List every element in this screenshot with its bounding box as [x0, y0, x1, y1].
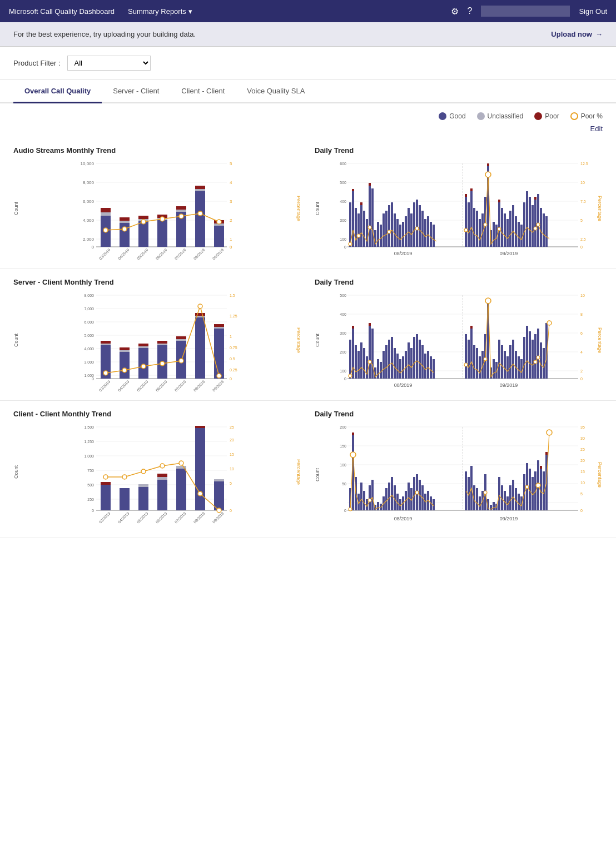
svg-text:50: 50 — [342, 482, 346, 486]
svg-rect-253 — [405, 351, 407, 379]
svg-text:500: 500 — [340, 181, 346, 185]
sign-out-button[interactable]: Sign Out — [579, 7, 607, 16]
svg-rect-333 — [157, 474, 167, 477]
settings-icon[interactable]: ⚙ — [451, 6, 459, 17]
header: Microsoft Call Quality Dashboard Summary… — [0, 0, 616, 22]
nav-summary-reports[interactable]: Summary Reports ▾ — [128, 7, 192, 16]
legend-good-label: Good — [449, 112, 465, 120]
svg-point-40 — [122, 227, 127, 231]
charts-row-1: Audio Streams Monthly Trend Count 10,000… — [0, 137, 616, 269]
svg-text:0: 0 — [92, 245, 95, 250]
svg-point-199 — [122, 368, 127, 372]
svg-rect-34 — [195, 189, 205, 191]
svg-text:1.25: 1.25 — [230, 314, 237, 318]
svg-rect-411 — [479, 496, 481, 510]
svg-text:200: 200 — [340, 350, 346, 354]
help-icon[interactable]: ? — [468, 6, 473, 16]
svg-rect-137 — [537, 194, 539, 247]
svg-text:300: 300 — [340, 218, 346, 222]
svg-rect-237 — [363, 348, 365, 379]
svg-point-203 — [198, 304, 202, 309]
svg-text:06/2019: 06/2019 — [155, 248, 168, 261]
svg-rect-241 — [371, 329, 374, 379]
svg-rect-124 — [504, 213, 506, 247]
svg-rect-267 — [470, 326, 473, 329]
svg-rect-328 — [120, 488, 130, 510]
product-filter-select[interactable]: All Teams Skype for Business — [67, 56, 151, 71]
server-client-monthly-chart: Server - Client Monthly Trend Count 8,00… — [9, 274, 306, 396]
svg-point-44 — [198, 211, 202, 216]
svg-point-301 — [534, 360, 537, 364]
svg-rect-279 — [501, 345, 503, 379]
svg-rect-184 — [138, 346, 148, 348]
svg-rect-270 — [479, 356, 481, 379]
svg-text:20: 20 — [580, 459, 585, 463]
svg-rect-135 — [534, 200, 536, 247]
svg-text:04/2019: 04/2019 — [117, 511, 130, 524]
svg-rect-129 — [518, 222, 520, 247]
svg-rect-182 — [120, 347, 130, 350]
svg-point-142 — [357, 234, 360, 237]
svg-rect-83 — [371, 188, 374, 247]
svg-text:03/2019: 03/2019 — [98, 380, 111, 392]
svg-rect-425 — [518, 494, 520, 510]
svg-rect-382 — [369, 485, 371, 510]
svg-point-141 — [349, 242, 352, 246]
svg-text:0: 0 — [580, 509, 583, 513]
svg-text:04/2019: 04/2019 — [117, 380, 130, 392]
svg-rect-232 — [352, 329, 354, 379]
banner-text: For the best experience, try uploading y… — [13, 30, 196, 38]
svg-rect-125 — [506, 219, 509, 247]
svg-text:6: 6 — [580, 331, 583, 335]
svg-text:10: 10 — [580, 294, 585, 297]
svg-rect-265 — [468, 340, 470, 379]
svg-text:0.5: 0.5 — [230, 357, 235, 361]
search-input[interactable] — [481, 6, 570, 17]
svg-rect-238 — [366, 356, 368, 379]
tab-overall-call-quality[interactable]: Overall Call Quality — [13, 80, 102, 103]
svg-text:03/2019: 03/2019 — [98, 248, 111, 261]
sc-y-right: Percentage — [296, 327, 301, 353]
svg-point-39 — [103, 228, 108, 232]
svg-text:5: 5 — [230, 161, 232, 166]
svg-rect-249 — [394, 348, 396, 379]
svg-text:6,000: 6,000 — [83, 199, 95, 204]
svg-rect-396 — [408, 483, 410, 510]
svg-rect-20 — [101, 208, 111, 212]
server-client-daily-svg: 500 400 300 200 100 0 10 8 6 4 2 0 — [321, 290, 596, 390]
svg-point-151 — [536, 223, 540, 226]
tab-client-client[interactable]: Client - Client — [170, 80, 236, 103]
svg-rect-123 — [501, 208, 503, 247]
svg-point-440 — [368, 499, 371, 502]
svg-rect-327 — [101, 482, 111, 485]
banner: For the best experience, try uploading y… — [0, 22, 616, 47]
svg-rect-247 — [388, 340, 390, 379]
svg-text:7.5: 7.5 — [580, 200, 586, 203]
svg-text:7,000: 7,000 — [84, 307, 94, 311]
svg-rect-380 — [363, 491, 365, 510]
svg-rect-264 — [465, 334, 467, 379]
svg-rect-136 — [534, 197, 536, 200]
svg-point-441 — [415, 491, 419, 494]
tab-server-client[interactable]: Server - Client — [102, 80, 170, 103]
cc-y-left: Count — [13, 465, 19, 479]
cc-y-right: Percentage — [296, 459, 301, 485]
edit-button[interactable]: Edit — [590, 125, 603, 133]
svg-rect-36 — [214, 226, 224, 247]
svg-text:100: 100 — [340, 237, 346, 241]
svg-rect-95 — [405, 216, 407, 247]
svg-text:400: 400 — [340, 312, 346, 316]
svg-rect-376 — [352, 432, 354, 435]
svg-text:0: 0 — [344, 509, 346, 513]
svg-text:07/2019: 07/2019 — [174, 248, 187, 261]
svg-text:08/2019: 08/2019 — [193, 248, 206, 261]
upload-now-button[interactable]: Upload now → — [551, 30, 603, 38]
svg-rect-183 — [138, 348, 148, 379]
svg-rect-87 — [382, 213, 385, 247]
svg-rect-188 — [157, 341, 167, 344]
svg-rect-90 — [391, 202, 393, 247]
svg-rect-268 — [473, 345, 475, 379]
svg-text:150: 150 — [340, 444, 346, 448]
svg-rect-281 — [506, 356, 509, 379]
tab-voice-quality-sla[interactable]: Voice Quality SLA — [236, 80, 316, 103]
